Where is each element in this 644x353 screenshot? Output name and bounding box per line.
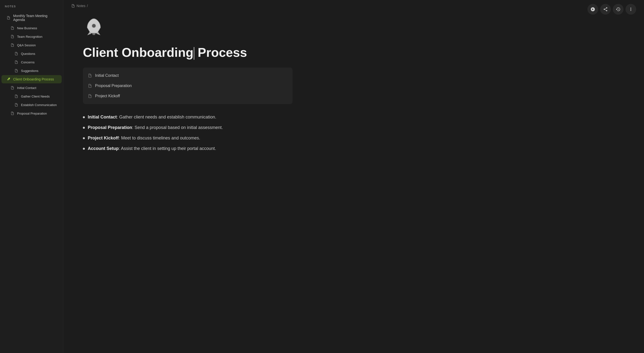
sidebar-item-gather-client-needs[interactable]: Gather Client Needs xyxy=(2,92,62,100)
breadcrumb: Notes / xyxy=(71,4,88,8)
bullet-dot xyxy=(83,127,85,129)
history-icon xyxy=(616,7,620,12)
share-button[interactable] xyxy=(600,4,611,15)
page-icon xyxy=(83,16,624,42)
sidebar-item-qa-session[interactable]: Q&A Session xyxy=(2,41,62,49)
sidebar-item-questions[interactable]: Questions xyxy=(2,50,62,58)
page-title-before-cursor: Client Onboarding xyxy=(83,45,194,60)
doc-icon xyxy=(10,43,15,47)
svg-point-0 xyxy=(92,24,96,28)
linked-item-initial-contact-link[interactable]: Initial Contact xyxy=(83,70,292,81)
sidebar-item-suggestions[interactable]: Suggestions xyxy=(2,66,62,75)
sidebar-item-label-monthly-team: Monthly Team Meeting Agenda xyxy=(13,14,57,22)
doc-icon xyxy=(10,111,15,116)
doc-icon xyxy=(10,26,15,30)
doc-icon xyxy=(10,86,15,90)
doc-icon xyxy=(88,94,92,98)
page-content: Client Onboarding Process Initial Contac… xyxy=(64,12,644,353)
bullet-bold-bullet-3: Project Kickoff xyxy=(88,136,119,140)
sidebar-item-label-questions: Questions xyxy=(21,52,35,56)
sidebar-item-team-recognition[interactable]: Team Recognition xyxy=(2,32,62,41)
bullet-item-bullet-2: Proposal Preparation: Send a proposal ba… xyxy=(83,122,292,133)
publish-button[interactable] xyxy=(588,4,598,15)
sidebar-item-proposal-preparation[interactable]: Proposal Preparation xyxy=(2,109,62,118)
bullet-item-bullet-1: Initial Contact: Gather client needs and… xyxy=(83,112,292,122)
bullet-bold-bullet-1: Initial Contact xyxy=(88,114,117,120)
share-icon xyxy=(603,7,608,12)
bullet-bold-bullet-4: Account Setup xyxy=(88,146,119,151)
sidebar-item-label-suggestions: Suggestions xyxy=(21,69,38,73)
history-button[interactable] xyxy=(613,4,624,15)
note-icon xyxy=(6,16,11,20)
sidebar-item-label-client-onboarding: Client Onboarding Process xyxy=(13,77,54,81)
linked-item-label-project-kickoff-link: Project Kickoff xyxy=(95,94,120,98)
more-options-icon xyxy=(628,7,633,12)
linked-item-label-initial-contact-link: Initial Contact xyxy=(95,74,119,78)
sidebar-item-client-onboarding[interactable]: Client Onboarding Process xyxy=(2,75,62,83)
linked-notes-card: Initial Contact Proposal Preparation Pro… xyxy=(83,68,292,104)
sidebar-item-label-gather-client-needs: Gather Client Needs xyxy=(21,94,50,98)
bullet-item-bullet-4: Account Setup: Assist the client in sett… xyxy=(83,143,292,154)
sidebar-item-label-new-business: New Business xyxy=(17,26,37,30)
topbar-actions xyxy=(588,4,636,15)
bullet-text-bullet-1: Initial Contact: Gather client needs and… xyxy=(88,114,216,120)
publish-icon xyxy=(590,7,595,12)
bullet-dot xyxy=(83,116,85,118)
sidebar-item-label-initial-contact: Initial Contact xyxy=(17,86,36,90)
bullet-list: Initial Contact: Gather client needs and… xyxy=(83,112,292,154)
sidebar-item-new-business[interactable]: New Business xyxy=(2,24,62,32)
doc-icon xyxy=(14,94,18,98)
bullet-text-bullet-3: Project Kickoff: Meet to discuss timelin… xyxy=(88,135,200,142)
bullet-dot xyxy=(83,137,85,139)
rocket-icon xyxy=(6,77,11,82)
linked-item-project-kickoff-link[interactable]: Project Kickoff xyxy=(83,91,292,101)
sidebar: NOTES Monthly Team Meeting AgendaNew Bus… xyxy=(0,0,64,353)
doc-icon xyxy=(14,103,18,107)
bullet-bold-bullet-2: Proposal Preparation xyxy=(88,125,132,130)
sidebar-item-label-proposal-preparation: Proposal Preparation xyxy=(17,112,47,115)
bullet-text-bullet-4: Account Setup: Assist the client in sett… xyxy=(88,145,216,152)
sidebar-item-initial-contact[interactable]: Initial Contact xyxy=(2,84,62,92)
bullet-item-bullet-3: Project Kickoff: Meet to discuss timelin… xyxy=(83,133,292,143)
doc-icon xyxy=(14,68,18,73)
sidebar-title: NOTES xyxy=(0,5,63,12)
doc-icon xyxy=(14,52,18,56)
linked-item-label-proposal-prep-link: Proposal Preparation xyxy=(95,84,132,88)
doc-icon xyxy=(14,60,18,64)
linked-item-proposal-prep-link[interactable]: Proposal Preparation xyxy=(83,81,292,91)
main-content: Notes / xyxy=(64,0,644,353)
breadcrumb-root: Notes xyxy=(76,4,86,8)
doc-icon xyxy=(88,84,92,88)
sidebar-item-label-establish-communication: Establish Communication xyxy=(21,103,57,107)
page-title-after-cursor: Process xyxy=(194,45,247,60)
sidebar-item-label-qa-session: Q&A Session xyxy=(17,44,36,47)
breadcrumb-separator: / xyxy=(87,4,88,8)
doc-icon xyxy=(88,74,92,78)
page-title[interactable]: Client Onboarding Process xyxy=(83,46,624,60)
bullet-dot xyxy=(83,148,85,150)
sidebar-item-label-concerns: Concerns xyxy=(21,60,34,64)
sidebar-item-monthly-team[interactable]: Monthly Team Meeting Agenda xyxy=(2,12,62,24)
bullet-text-bullet-2: Proposal Preparation: Send a proposal ba… xyxy=(88,124,223,131)
more-options-button[interactable] xyxy=(626,4,636,15)
breadcrumb-notes-icon xyxy=(71,4,75,8)
sidebar-item-establish-communication[interactable]: Establish Communication xyxy=(2,101,62,109)
sidebar-item-label-team-recognition: Team Recognition xyxy=(17,35,42,38)
doc-icon xyxy=(10,34,15,39)
sidebar-item-concerns[interactable]: Concerns xyxy=(2,58,62,66)
topbar: Notes / xyxy=(64,0,644,12)
